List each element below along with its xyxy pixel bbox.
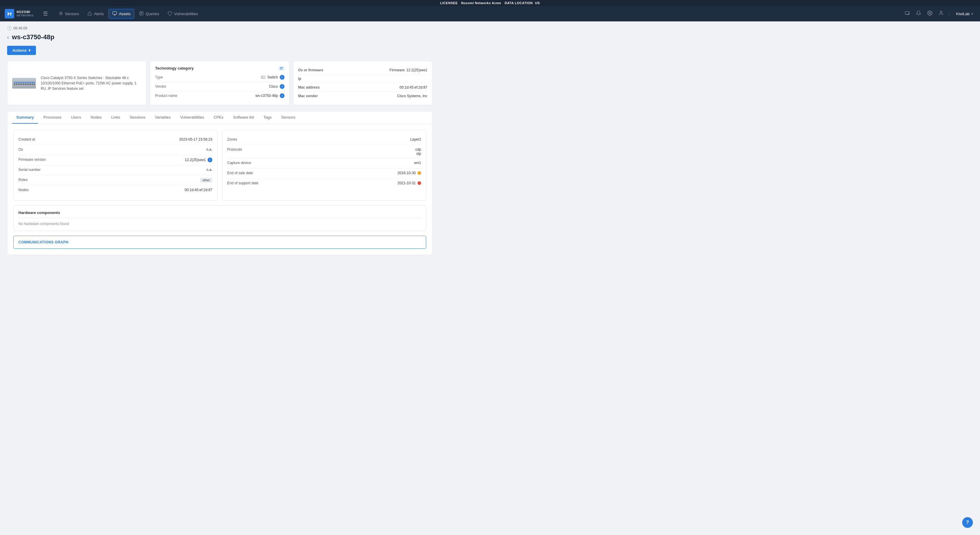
user-menu[interactable]: KiwiLab ▾ [953,10,975,17]
svg-rect-4 [113,11,117,14]
remote-connection-button[interactable]: ↗ [904,9,911,18]
summary-right-panel: Zones Layer2 Protocols cdp stp Capture d… [222,130,426,201]
tech-card-header: Technology category IT [155,66,284,70]
user-label: KiwiLab [956,11,970,16]
firmware-row: Mac address 00:1d:45:ef:2d:87 [298,83,427,92]
clock-icon: 🕐 [7,26,11,30]
time-row: 🕐 06:46:09 [7,26,433,30]
tab-users[interactable]: Users [67,112,85,124]
tab-nodes[interactable]: Nodes [86,112,106,124]
nav-item-vulnerabilities[interactable]: Vulnerabilities [164,9,201,19]
page-title-row: ‹ ws-c3750-48p [7,33,433,41]
summary-left-row: Created at 2023-05-17 23:56:23 [18,135,212,145]
tab-sensors[interactable]: Sensors [277,112,300,124]
firmware-row: Os or firmware Firmware: 12.2(25)see1 [298,66,427,75]
nav-items: SensorsAlertsAssetsQueriesVulnerabilitie… [55,9,202,19]
hardware-divider [18,218,421,218]
device-description: Cisco Catalyst 3750-X Series Switches · … [41,75,142,91]
firmware-card: Os or firmware Firmware: 12.2(25)see1 Ip… [293,61,433,105]
actions-button[interactable]: Actions ▾ [7,46,36,55]
navbar: NOZOMI NETWORKS ☰ SensorsAlertsAssetsQue… [0,6,980,21]
tab-software_list[interactable]: Software list [229,112,258,124]
tab-summary[interactable]: Summary [12,112,38,124]
summary-right-row: End of sale date 2016-10-30 [227,169,421,179]
tabs-header: SummaryProcessesUsersNodesLinksSessionsV… [8,112,432,124]
actions-label: Actions [13,48,27,53]
tabs-container: SummaryProcessesUsersNodesLinksSessionsV… [7,111,433,255]
svg-rect-18 [261,76,265,78]
app-sub: NETWORKS [17,14,33,17]
summary-right-row: End of support date 2021-10-31 [227,179,421,189]
tab-variables[interactable]: Variables [151,112,175,124]
tab-content: Created at 2023-05-17 23:56:23 Os n.a. F… [8,124,432,255]
summary-right-row: Protocols cdp stp [227,145,421,158]
data-location-label: DATA LOCATION [504,1,533,5]
hamburger-button[interactable]: ☰ [41,9,50,18]
nav-item-sensors[interactable]: Sensors [55,9,83,19]
summary-left-panel: Created at 2023-05-17 23:56:23 Os n.a. F… [13,130,217,201]
svg-point-16 [929,12,931,14]
tab-sessions[interactable]: Sessions [126,112,150,124]
firmware-row: Ip [298,75,427,83]
summary-left-rows: Created at 2023-05-17 23:56:23 Os n.a. F… [18,135,212,196]
licensee-label: LICENSEE [440,1,458,5]
app-name: NOZOMI [17,10,33,14]
hardware-title: Hardware components [18,211,421,215]
device-card: Cisco Catalyst 3750-X Series Switches · … [7,61,146,105]
nav-item-alerts[interactable]: Alerts [84,9,107,19]
svg-point-1 [60,13,62,14]
tech-card: Technology category IT Type Switch i Ven… [150,61,289,105]
tab-processes[interactable]: Processes [39,112,66,124]
tech-row: Product name ws-c3750-48p i [155,91,284,100]
settings-button[interactable] [926,9,934,18]
nav-item-assets[interactable]: Assets [108,9,134,19]
tab-vulnerabilities[interactable]: Vulnerabilities [176,112,208,124]
summary-grid: Created at 2023-05-17 23:56:23 Os n.a. F… [13,130,426,201]
hardware-empty: No hardware components found [18,222,421,226]
svg-point-17 [940,11,942,13]
summary-right-row: Zones Layer2 [227,135,421,145]
tech-row: Type Switch i [155,73,284,82]
device-image [12,78,36,89]
queries-icon [139,11,144,17]
summary-left-row: Os n.a. [18,145,212,155]
nav-logo: NOZOMI NETWORKS [5,9,33,18]
nav-item-queries[interactable]: Queries [135,9,163,19]
comm-graph-panel: COMMUNICATIONS GRAPH [13,236,426,249]
tech-row: Vendor Cisco i [155,82,284,91]
current-time: 06:46:09 [13,26,27,30]
tab-tags[interactable]: Tags [259,112,275,124]
logo-icon [5,9,14,18]
top-banner: LICENSEE Nozomi Networks Acme DATA LOCAT… [0,0,980,6]
assets-icon [112,11,117,17]
user-chevron-icon: ▾ [971,12,973,16]
profile-button[interactable] [937,9,945,18]
data-location-value: US [535,1,540,5]
summary-right-row: Capture device em1 [227,158,421,169]
tech-card-title: Technology category [155,66,194,70]
sensors-icon [59,11,63,17]
vulnerabilities-icon [167,11,172,17]
tech-rows: Type Switch i Vendor Cisco i Product nam… [155,73,284,100]
nav-right: ↗ | KiwiLab ▾ [904,9,975,18]
summary-right-rows: Zones Layer2 Protocols cdp stp Capture d… [227,135,421,189]
actions-chevron-icon: ▾ [29,48,30,53]
licensee-value: Nozomi Networks Acme [461,1,501,5]
svg-marker-0 [8,12,11,16]
tech-category-badge: IT [278,66,285,70]
main-content: 🕐 06:46:09 ‹ ws-c3750-48p Actions ▾ [0,21,439,260]
page-title: ws-c3750-48p [12,33,54,41]
tab-links[interactable]: Links [107,112,124,124]
notifications-button[interactable] [915,9,923,18]
summary-left-row: Roles other [18,176,212,185]
info-cards: Cisco Catalyst 3750-X Series Switches · … [7,61,433,105]
tab-cpes[interactable]: CPEs [209,112,228,124]
firmware-row: Mac vendor Cisco Systems, Inc [298,92,427,100]
summary-left-row: Nodes 00:1d:45:ef:2d:87 [18,185,212,196]
hardware-panel: Hardware components No hardware componen… [13,205,426,231]
back-button[interactable]: ‹ [7,34,9,40]
summary-left-row: Firmware version 12.2(25)see1 i [18,155,212,165]
summary-left-row: Serial number n.a. [18,165,212,176]
alerts-icon [87,11,92,17]
svg-text:↗: ↗ [908,14,909,15]
